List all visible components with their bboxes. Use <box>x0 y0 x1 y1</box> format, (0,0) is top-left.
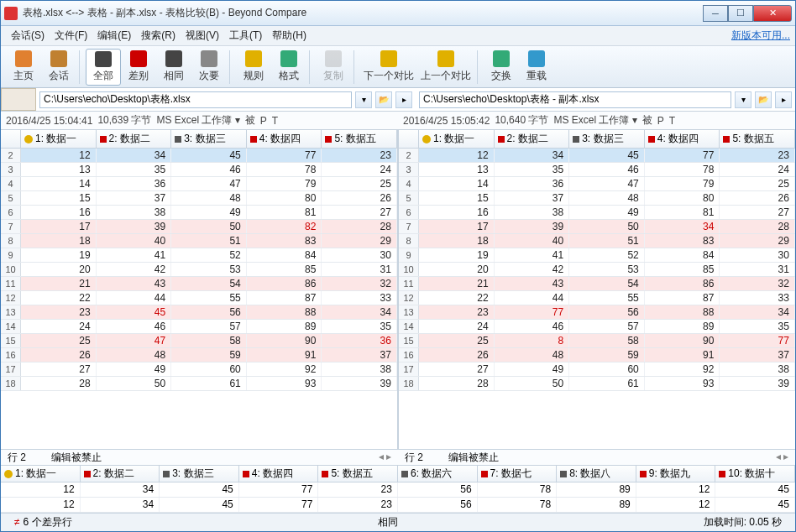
left-path-input[interactable] <box>39 91 352 108</box>
table-row[interactable]: 41436477925 <box>399 177 795 191</box>
table-row[interactable]: 71739508228 <box>1 220 397 234</box>
toolbar-nextdiff-button[interactable]: 下一个对比 <box>360 49 417 86</box>
column-header[interactable]: 3: 数据三 <box>569 130 645 148</box>
table-row[interactable]: 162648599137 <box>399 348 795 362</box>
detail-column-header[interactable]: 1: 数据一 <box>1 466 81 482</box>
menu-item[interactable]: 搜索(R) <box>136 27 181 44</box>
left-browse-button[interactable]: 📂 <box>375 91 392 108</box>
copy-icon <box>325 50 342 67</box>
table-row[interactable]: 152547589036 <box>1 334 397 348</box>
right-grid-body[interactable]: 2123445772331335467824414364779255153748… <box>399 149 795 449</box>
column-header[interactable]: 4: 数据四 <box>247 130 322 148</box>
update-link[interactable]: 新版本可用... <box>731 29 790 43</box>
session-tab-icon[interactable] <box>1 88 36 111</box>
maximize-button[interactable]: ☐ <box>728 5 753 22</box>
table-row[interactable]: 21234457723 <box>1 149 397 163</box>
detail-row[interactable]: 12344577235678891245 <box>1 498 795 513</box>
table-row[interactable]: 122244558733 <box>399 291 795 305</box>
column-header[interactable]: 5: 数据五 <box>322 130 397 148</box>
minimize-button[interactable]: ─ <box>703 5 728 22</box>
table-row[interactable]: 172749609238 <box>1 362 397 377</box>
toolbar-rules-button[interactable]: 规则 <box>236 49 271 86</box>
column-header[interactable]: 2: 数据二 <box>97 130 172 148</box>
swap-icon <box>493 50 510 67</box>
table-row[interactable]: 112143548632 <box>1 277 397 291</box>
table-row[interactable]: 182850619339 <box>1 377 397 391</box>
menu-item[interactable]: 编辑(E) <box>92 27 136 44</box>
detail-row[interactable]: 12344577235678891245 <box>1 482 795 498</box>
table-row[interactable]: 132345568834 <box>1 305 397 320</box>
column-header[interactable]: 2: 数据二 <box>495 130 570 148</box>
column-header[interactable]: 1: 数据一 <box>419 130 495 148</box>
table-row[interactable]: 122244558733 <box>1 291 397 305</box>
table-row[interactable]: 61638498127 <box>1 206 397 220</box>
detail-column-header[interactable]: 8: 数据八 <box>557 466 636 482</box>
detail-column-header[interactable]: 3: 数据三 <box>160 466 239 482</box>
detail-column-header[interactable]: 9: 数据九 <box>636 466 716 482</box>
toolbar-copy-button[interactable]: 复制 <box>316 49 351 86</box>
table-row[interactable]: 15258589077 <box>399 334 795 348</box>
info-item[interactable]: T <box>669 115 675 127</box>
table-row[interactable]: 112143548632 <box>399 277 795 291</box>
menu-item[interactable]: 帮助(H) <box>267 27 312 44</box>
toolbar-all-button[interactable]: 全部 <box>86 49 121 86</box>
table-row[interactable]: 41436477925 <box>1 177 397 191</box>
table-row[interactable]: 51537488026 <box>1 191 397 206</box>
left-open-button[interactable]: ▸ <box>395 91 412 108</box>
info-item[interactable]: P <box>260 115 267 127</box>
table-row[interactable]: 81840518329 <box>399 234 795 248</box>
toolbar-swap-button[interactable]: 交换 <box>484 49 519 86</box>
detail-column-header[interactable]: 10: 数据十 <box>715 466 795 482</box>
column-header[interactable]: 3: 数据三 <box>171 130 247 148</box>
menu-item[interactable]: 工具(T) <box>224 27 267 44</box>
table-row[interactable]: 31335467824 <box>1 163 397 177</box>
table-row[interactable]: 102042538531 <box>399 263 795 277</box>
column-header[interactable]: 5: 数据五 <box>720 130 795 148</box>
right-path-dropdown[interactable]: ▾ <box>735 91 751 108</box>
detail-column-header[interactable]: 4: 数据四 <box>239 466 319 482</box>
toolbar-format-button[interactable]: 格式 <box>271 49 306 86</box>
toolbar-minor-button[interactable]: 次要 <box>191 49 227 86</box>
info-item[interactable]: 被 <box>245 113 255 128</box>
table-row[interactable]: 132377568834 <box>399 305 795 320</box>
table-row[interactable]: 81840518329 <box>1 234 397 248</box>
toolbar-home-button[interactable]: 主页 <box>6 49 41 86</box>
left-grid-body[interactable]: 2123445772331335467824414364779255153748… <box>1 149 397 449</box>
menu-item[interactable]: 视图(V) <box>181 27 224 44</box>
table-row[interactable]: 21234457723 <box>399 149 795 163</box>
close-button[interactable]: ✕ <box>753 5 792 22</box>
table-row[interactable]: 102042538531 <box>1 263 397 277</box>
table-row[interactable]: 172749609238 <box>399 362 795 377</box>
table-row[interactable]: 61638498127 <box>399 206 795 220</box>
table-row[interactable]: 182850619339 <box>399 377 795 391</box>
table-row[interactable]: 91941528430 <box>1 248 397 263</box>
column-header[interactable]: 1: 数据一 <box>21 130 97 148</box>
table-row[interactable]: 51537488026 <box>399 191 795 206</box>
table-row[interactable]: 142446578935 <box>1 320 397 334</box>
left-path-dropdown[interactable]: ▾ <box>355 91 372 108</box>
minor-icon <box>201 50 217 67</box>
detail-column-header[interactable]: 2: 数据二 <box>81 466 160 482</box>
table-row[interactable]: 142446578935 <box>399 320 795 334</box>
toolbar-reload-button[interactable]: 重载 <box>519 49 554 86</box>
info-item[interactable]: T <box>272 115 278 127</box>
right-browse-button[interactable]: 📂 <box>755 91 772 108</box>
column-header[interactable]: 4: 数据四 <box>645 130 720 148</box>
table-row[interactable]: 71739503428 <box>399 220 795 234</box>
detail-column-header[interactable]: 5: 数据五 <box>318 466 398 482</box>
table-row[interactable]: 31335467824 <box>399 163 795 177</box>
detail-column-header[interactable]: 7: 数据七 <box>478 466 558 482</box>
menu-item[interactable]: 文件(F) <box>50 27 92 44</box>
table-row[interactable]: 162648599137 <box>1 348 397 362</box>
detail-column-header[interactable]: 6: 数据六 <box>398 466 478 482</box>
toolbar-prevdiff-button[interactable]: 上一个对比 <box>417 49 474 86</box>
menu-item[interactable]: 会话(S) <box>6 27 50 44</box>
right-open-button[interactable]: ▸ <box>775 91 792 108</box>
table-row[interactable]: 91941528430 <box>399 248 795 263</box>
info-item[interactable]: P <box>657 115 664 127</box>
info-item[interactable]: 被 <box>642 113 652 128</box>
toolbar-diff-button[interactable]: 差别 <box>121 49 156 86</box>
toolbar-same-button[interactable]: 相同 <box>156 49 191 86</box>
right-path-input[interactable] <box>419 91 731 108</box>
toolbar-sessions-button[interactable]: 会话 <box>41 49 76 86</box>
